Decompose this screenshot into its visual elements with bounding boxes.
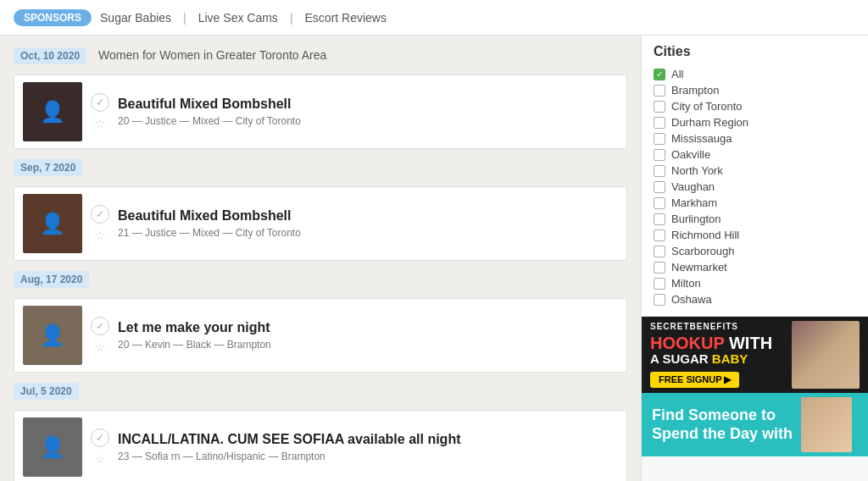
- city-checkbox-13[interactable]: [654, 278, 665, 290]
- city-item-markham[interactable]: Markham: [654, 195, 856, 211]
- main-layout: Oct, 10 2020 Women for Women in Greater …: [0, 36, 868, 481]
- thumb-image-1: 👤: [23, 194, 82, 253]
- star-icon-1[interactable]: ☆: [95, 229, 106, 242]
- escort-reviews-link[interactable]: Escort Reviews: [305, 11, 387, 25]
- date-label-1: Sep, 7 2020: [14, 159, 82, 176]
- a-sugar-label: A: [650, 351, 662, 366]
- top-navigation: SPONSORS Sugar Babies | Live Sex Cams | …: [0, 0, 868, 36]
- listing-card-0[interactable]: 👤 ✓ ☆ Beautiful Mixed Bombshell 20 — Jus…: [14, 75, 627, 149]
- ad-site-name: SECRETBENEFITS: [650, 322, 792, 331]
- city-checkbox-5[interactable]: [654, 149, 665, 161]
- listings-panel: Oct, 10 2020 Women for Women in Greater …: [0, 36, 641, 481]
- city-label-5: Oakville: [671, 148, 710, 161]
- city-checkbox-6[interactable]: [654, 165, 665, 177]
- section-title-0: Women for Women in Greater Toronto Area: [98, 48, 326, 62]
- star-icon-3[interactable]: ☆: [95, 452, 106, 466]
- city-label-11: Scarborough: [671, 245, 734, 257]
- date-label-2: Aug, 17 2020: [14, 271, 89, 288]
- separator-2: |: [290, 11, 293, 25]
- city-checkbox-0[interactable]: ✓: [654, 69, 665, 80]
- right-sidebar: Cities ✓AllBramptonCity of TorontoDurham…: [641, 36, 868, 481]
- date-row-2: Aug, 17 2020: [14, 268, 627, 293]
- city-label-7: Vaughan: [671, 180, 715, 193]
- date-row-3: Jul, 5 2020: [14, 379, 627, 405]
- listing-card-2[interactable]: 👤 ✓ ☆ Let me make your night 20 — Kevin …: [14, 298, 627, 373]
- free-signup-button[interactable]: FREE SIGNUP ▶: [650, 372, 739, 388]
- listing-icons-3: ✓ ☆: [91, 428, 109, 466]
- city-label-3: Durham Region: [671, 116, 748, 129]
- listing-card-1[interactable]: 👤 ✓ ☆ Beautiful Mixed Bombshell 21 — Jus…: [14, 186, 627, 261]
- listing-info-2: Let me make your night 20 — Kevin — Blac…: [118, 320, 618, 351]
- sponsors-button[interactable]: SPONSORS: [14, 9, 92, 26]
- city-label-14: Oshawa: [671, 293, 712, 306]
- city-checkbox-2[interactable]: [654, 101, 665, 113]
- verified-icon-2: ✓: [91, 317, 109, 335]
- thumb-image-3: 👤: [23, 417, 82, 477]
- ad-banner-2-image: [801, 397, 852, 452]
- listing-thumb-3: 👤: [23, 417, 82, 477]
- city-label-13: Milton: [671, 277, 701, 290]
- city-item-vaughan[interactable]: Vaughan: [654, 179, 856, 195]
- ad-banner-2[interactable]: Find Someone to Spend the Day with: [642, 393, 868, 456]
- city-checkbox-9[interactable]: [654, 213, 665, 225]
- city-item-scarborough[interactable]: Scarborough: [654, 243, 856, 259]
- city-label-1: Brampton: [671, 84, 719, 97]
- city-checkbox-8[interactable]: [654, 197, 665, 209]
- city-item-north-york[interactable]: North York: [654, 163, 856, 179]
- sugar-label: SUGAR: [662, 351, 708, 366]
- listing-title-3[interactable]: INCALL/LATINA. CUM SEE SOFIAA available …: [118, 432, 618, 447]
- listing-icons-0: ✓ ☆: [91, 93, 109, 130]
- date-row-0: Oct, 10 2020 Women for Women in Greater …: [14, 44, 627, 69]
- star-icon-0[interactable]: ☆: [95, 117, 106, 130]
- star-icon-2[interactable]: ☆: [95, 340, 106, 354]
- city-item-oshawa[interactable]: Oshawa: [654, 291, 856, 307]
- city-item-richmond-hill[interactable]: Richmond Hill: [654, 227, 856, 243]
- ad-banner-2-line1: Find Someone to: [652, 406, 793, 425]
- city-label-10: Richmond Hill: [671, 229, 739, 241]
- listing-thumb-2: 👤: [23, 306, 82, 365]
- city-checkbox-12[interactable]: [654, 262, 665, 274]
- city-label-6: North York: [671, 164, 723, 177]
- city-label-8: Markham: [671, 196, 717, 209]
- city-label-9: Burlington: [671, 213, 721, 225]
- city-checkbox-14[interactable]: [654, 294, 665, 306]
- listing-card-3[interactable]: 👤 ✓ ☆ INCALL/LATINA. CUM SEE SOFIAA avai…: [14, 410, 627, 481]
- cities-list: ✓AllBramptonCity of TorontoDurham Region…: [654, 66, 856, 307]
- city-checkbox-10[interactable]: [654, 229, 665, 241]
- cities-title: Cities: [654, 44, 856, 59]
- live-sex-cams-link[interactable]: Live Sex Cams: [198, 11, 278, 25]
- city-item-oakville[interactable]: Oakville: [654, 147, 856, 163]
- baby-label: BABY: [712, 351, 748, 366]
- date-label-0: Oct, 10 2020: [14, 47, 86, 64]
- city-checkbox-11[interactable]: [654, 246, 665, 257]
- ad-banner-1-image: [792, 321, 860, 389]
- listing-title-2[interactable]: Let me make your night: [118, 320, 618, 335]
- city-checkbox-4[interactable]: [654, 133, 665, 145]
- listing-thumb-0: 👤: [23, 82, 82, 141]
- city-label-4: Mississauga: [671, 132, 732, 145]
- sugar-babies-link[interactable]: Sugar Babies: [100, 11, 171, 25]
- listing-meta-3: 23 — Sofia rn — Latino/Hispanic — Brampt…: [118, 451, 618, 462]
- city-checkbox-1[interactable]: [654, 85, 665, 97]
- listing-title-1[interactable]: Beautiful Mixed Bombshell: [118, 208, 618, 224]
- city-item-city-of-toronto[interactable]: City of Toronto: [654, 98, 856, 114]
- ad-banner-2-line2: Spend the Day with: [652, 425, 793, 444]
- city-item-all[interactable]: ✓All: [654, 66, 856, 82]
- city-label-0: All: [671, 68, 683, 80]
- city-item-durham-region[interactable]: Durham Region: [654, 114, 856, 130]
- city-checkbox-7[interactable]: [654, 181, 665, 193]
- listing-title-0[interactable]: Beautiful Mixed Bombshell: [118, 97, 618, 112]
- listing-thumb-1: 👤: [23, 194, 82, 253]
- city-checkbox-3[interactable]: [654, 117, 665, 129]
- with-label: WITH: [729, 334, 772, 352]
- city-item-milton[interactable]: Milton: [654, 275, 856, 291]
- ad-banner-2-text: Find Someone to Spend the Day with: [652, 406, 793, 443]
- thumb-image-2: 👤: [23, 306, 82, 365]
- date-row-1: Sep, 7 2020: [14, 156, 627, 181]
- city-item-brampton[interactable]: Brampton: [654, 82, 856, 98]
- ad-banner-1[interactable]: SECRETBENEFITS HOOKUP WITH A SUGAR BABY …: [642, 317, 868, 393]
- city-item-burlington[interactable]: Burlington: [654, 211, 856, 227]
- cities-panel: Cities ✓AllBramptonCity of TorontoDurham…: [642, 36, 868, 317]
- city-item-mississauga[interactable]: Mississauga: [654, 130, 856, 147]
- city-item-newmarket[interactable]: Newmarket: [654, 259, 856, 275]
